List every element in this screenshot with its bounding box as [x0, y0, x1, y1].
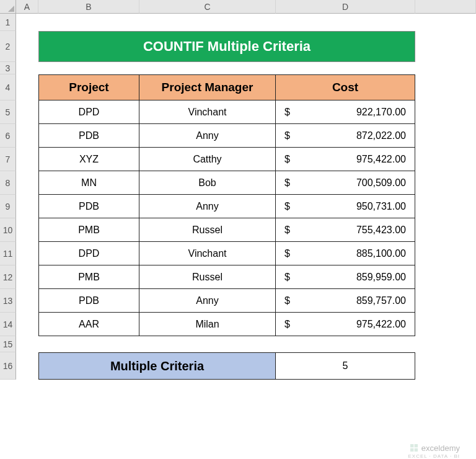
row-header-4[interactable]: 4 — [0, 74, 16, 100]
cell-A2[interactable] — [16, 31, 38, 62]
col-header-A[interactable]: A — [16, 0, 38, 14]
cell-r15-3[interactable] — [276, 336, 415, 352]
cell-A5[interactable] — [16, 100, 38, 124]
result-value[interactable]: 5 — [276, 352, 415, 380]
cell-A8[interactable] — [16, 171, 38, 195]
currency-symbol: $ — [284, 107, 290, 118]
cell-E3[interactable] — [415, 62, 476, 74]
cell-E1[interactable] — [415, 14, 476, 31]
cell-B3[interactable] — [38, 62, 139, 74]
cell-manager[interactable]: Anny — [139, 124, 276, 148]
col-header-D[interactable]: D — [276, 0, 415, 14]
row-header-6[interactable]: 6 — [0, 124, 16, 148]
cell-manager[interactable]: Milan — [139, 313, 276, 336]
cell-project[interactable]: DPD — [38, 100, 139, 124]
cell-E16[interactable] — [415, 352, 476, 380]
cell-D1[interactable] — [276, 14, 415, 31]
cell-C3[interactable] — [139, 62, 276, 74]
cell-A6[interactable] — [16, 124, 38, 148]
cell-A3[interactable] — [16, 62, 38, 74]
cell-A1[interactable] — [16, 14, 38, 31]
cell-E9[interactable] — [415, 195, 476, 218]
currency-symbol: $ — [284, 225, 290, 236]
cell-E10[interactable] — [415, 218, 476, 242]
row-header-13[interactable]: 13 — [0, 289, 16, 313]
cell-C1[interactable] — [139, 14, 276, 31]
row-header-8[interactable]: 8 — [0, 171, 16, 195]
cell-E7[interactable] — [415, 148, 476, 171]
cell-r15-2[interactable] — [139, 336, 276, 352]
cell-cost[interactable]: $975,422.00 — [276, 313, 415, 336]
cell-E14[interactable] — [415, 313, 476, 336]
cell-manager[interactable]: Vinchant — [139, 242, 276, 265]
cell-r15-4[interactable] — [415, 336, 476, 352]
cell-manager[interactable]: Vinchant — [139, 100, 276, 124]
cell-project[interactable]: XYZ — [38, 148, 139, 171]
cell-project[interactable]: MN — [38, 171, 139, 195]
cell-E2[interactable] — [415, 31, 476, 62]
cell-A4[interactable] — [16, 74, 38, 100]
cell-r15-0[interactable] — [16, 336, 38, 352]
cell-project[interactable]: AAR — [38, 313, 139, 336]
cell-E12[interactable] — [415, 265, 476, 289]
cell-project[interactable]: PDB — [38, 124, 139, 148]
cell-A7[interactable] — [16, 148, 38, 171]
cell-A11[interactable] — [16, 242, 38, 265]
cost-value: 950,731.00 — [356, 201, 406, 212]
cell-manager[interactable]: Catthy — [139, 148, 276, 171]
cell-D3[interactable] — [276, 62, 415, 74]
cell-manager[interactable]: Bob — [139, 171, 276, 195]
col-header-B[interactable]: B — [38, 0, 139, 14]
row-header-7[interactable]: 7 — [0, 148, 16, 171]
row-header-11[interactable]: 11 — [0, 242, 16, 265]
cell-cost[interactable]: $859,959.00 — [276, 265, 415, 289]
cell-cost[interactable]: $755,423.00 — [276, 218, 415, 242]
cell-cost[interactable]: $950,731.00 — [276, 195, 415, 218]
cell-cost[interactable]: $885,100.00 — [276, 242, 415, 265]
row-header-9[interactable]: 9 — [0, 195, 16, 218]
row-header-15[interactable]: 15 — [0, 336, 16, 352]
row-header-3[interactable]: 3 — [0, 62, 16, 74]
cell-manager[interactable]: Anny — [139, 289, 276, 313]
row-header-10[interactable]: 10 — [0, 218, 16, 242]
cell-project[interactable]: PMB — [38, 265, 139, 289]
cell-E8[interactable] — [415, 171, 476, 195]
cell-project[interactable]: PMB — [38, 218, 139, 242]
cell-cost[interactable]: $975,422.00 — [276, 148, 415, 171]
col-header-C[interactable]: C — [139, 0, 276, 14]
cell-manager[interactable]: Anny — [139, 195, 276, 218]
cell-manager[interactable]: Russel — [139, 265, 276, 289]
cell-E13[interactable] — [415, 289, 476, 313]
cell-E5[interactable] — [415, 100, 476, 124]
cell-project[interactable]: DPD — [38, 242, 139, 265]
cell-A10[interactable] — [16, 218, 38, 242]
cost-value: 922,170.00 — [356, 107, 406, 118]
cell-project[interactable]: PDB — [38, 195, 139, 218]
cell-r15-1[interactable] — [38, 336, 139, 352]
cell-cost[interactable]: $700,509.00 — [276, 171, 415, 195]
cell-A9[interactable] — [16, 195, 38, 218]
cell-A16[interactable] — [16, 352, 38, 380]
cell-cost[interactable]: $859,757.00 — [276, 289, 415, 313]
row-header-16[interactable]: 16 — [0, 352, 16, 380]
cell-manager[interactable]: Russel — [139, 218, 276, 242]
cell-A12[interactable] — [16, 265, 38, 289]
cell-project[interactable]: PDB — [38, 289, 139, 313]
row-header-14[interactable]: 14 — [0, 313, 16, 336]
result-label: Multiple Criteria — [38, 352, 276, 380]
row-header-1[interactable]: 1 — [0, 14, 16, 31]
cell-E6[interactable] — [415, 124, 476, 148]
cell-A13[interactable] — [16, 289, 38, 313]
logo-icon — [409, 443, 419, 453]
select-all-corner[interactable] — [0, 0, 16, 14]
cell-E11[interactable] — [415, 242, 476, 265]
cell-B1[interactable] — [38, 14, 139, 31]
cell-cost[interactable]: $872,022.00 — [276, 124, 415, 148]
row-header-2[interactable]: 2 — [0, 31, 16, 62]
col-header-extra[interactable] — [415, 0, 476, 14]
row-header-12[interactable]: 12 — [0, 265, 16, 289]
cell-E4[interactable] — [415, 74, 476, 100]
cell-A14[interactable] — [16, 313, 38, 336]
cell-cost[interactable]: $922,170.00 — [276, 100, 415, 124]
row-header-5[interactable]: 5 — [0, 100, 16, 124]
